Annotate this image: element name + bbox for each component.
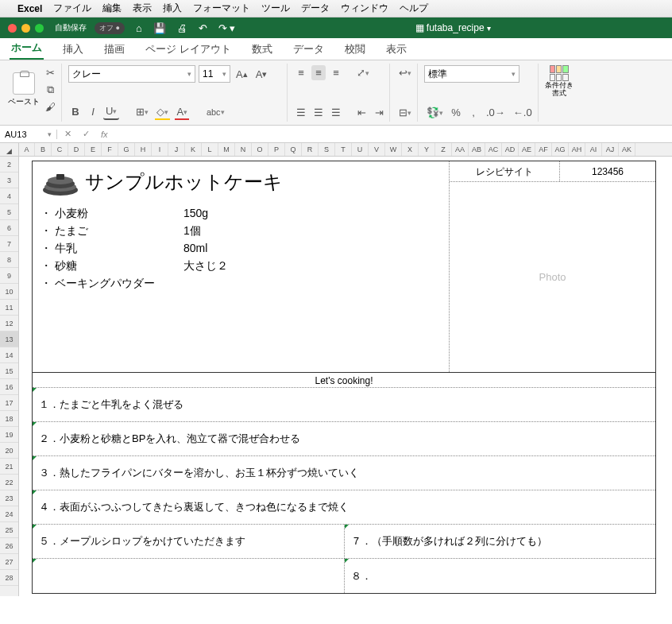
fx-icon[interactable]: fx bbox=[98, 130, 110, 139]
phonetic-button[interactable]: abc ▾ bbox=[204, 105, 226, 119]
tab-draw[interactable]: 描画 bbox=[102, 39, 126, 60]
conditional-format-button[interactable]: 条件付き書式 bbox=[545, 65, 574, 97]
comma-icon[interactable]: , bbox=[466, 105, 481, 120]
row-header[interactable]: 23 bbox=[0, 490, 18, 506]
increase-font-icon[interactable]: A▴ bbox=[234, 67, 250, 82]
indent-decrease-icon[interactable]: ⇤ bbox=[354, 105, 369, 120]
row-header[interactable]: 6 bbox=[0, 220, 18, 236]
tab-review[interactable]: 校閲 bbox=[343, 39, 367, 60]
row-header[interactable]: 12 bbox=[0, 316, 18, 331]
fill-color-button[interactable]: ◇ ▾ bbox=[154, 104, 171, 119]
font-color-button[interactable]: A ▾ bbox=[174, 104, 190, 119]
paste-button[interactable]: ペースト bbox=[8, 72, 40, 107]
tab-data[interactable]: データ bbox=[292, 39, 326, 60]
col-header[interactable]: G bbox=[118, 143, 135, 156]
col-header[interactable]: AI bbox=[585, 143, 602, 156]
row-header[interactable]: 5 bbox=[0, 204, 18, 220]
col-header[interactable]: AG bbox=[552, 143, 569, 156]
col-header[interactable]: AE bbox=[519, 143, 535, 156]
menu-view[interactable]: 表示 bbox=[133, 2, 152, 15]
row-header[interactable]: 17 bbox=[0, 395, 18, 411]
row-header[interactable]: 8 bbox=[0, 252, 18, 268]
col-header[interactable]: AH bbox=[569, 143, 585, 156]
row-header[interactable]: 21 bbox=[0, 459, 18, 475]
col-header[interactable]: U bbox=[352, 143, 369, 156]
col-header[interactable]: W bbox=[385, 143, 402, 156]
row-headers[interactable]: ◢ 23456789101112131415161718192021222324… bbox=[0, 143, 19, 596]
align-left-icon[interactable]: ☰ bbox=[294, 105, 308, 120]
row-header[interactable]: 10 bbox=[0, 284, 18, 300]
indent-increase-icon[interactable]: ⇥ bbox=[372, 105, 386, 120]
col-header[interactable]: H bbox=[135, 143, 152, 156]
select-all-corner[interactable]: ◢ bbox=[0, 143, 18, 157]
row-header[interactable]: 20 bbox=[0, 443, 18, 459]
col-header[interactable]: AJ bbox=[602, 143, 619, 156]
chevron-down-icon[interactable]: ▾ bbox=[487, 24, 491, 33]
row-header[interactable]: 24 bbox=[0, 506, 18, 522]
row-header[interactable]: 4 bbox=[0, 188, 18, 204]
undo-icon[interactable]: ↶ bbox=[199, 22, 207, 34]
row-header[interactable]: 27 bbox=[0, 554, 18, 570]
confirm-formula-icon[interactable]: ✓ bbox=[80, 129, 92, 139]
col-header[interactable]: T bbox=[335, 143, 352, 156]
align-middle-icon[interactable]: ≡ bbox=[311, 65, 326, 80]
col-header[interactable]: P bbox=[268, 143, 285, 156]
col-header[interactable]: Z bbox=[435, 143, 452, 156]
row-header[interactable]: 18 bbox=[0, 411, 18, 427]
row-header[interactable]: 15 bbox=[0, 363, 18, 379]
merge-cells-icon[interactable]: ⊟ ▾ bbox=[396, 105, 414, 120]
row-header[interactable]: 11 bbox=[0, 300, 18, 316]
col-header[interactable]: AC bbox=[485, 143, 502, 156]
row-header[interactable]: 13 bbox=[0, 331, 18, 347]
format-painter-icon[interactable]: 🖌 bbox=[43, 99, 58, 114]
col-header[interactable]: Q bbox=[285, 143, 302, 156]
home-icon[interactable]: ⌂ bbox=[136, 22, 142, 34]
col-header[interactable]: Y bbox=[419, 143, 435, 156]
row-header[interactable]: 22 bbox=[0, 475, 18, 490]
col-header[interactable]: O bbox=[252, 143, 268, 156]
font-selector[interactable]: クレー▾ bbox=[68, 65, 195, 83]
app-name[interactable]: Excel bbox=[17, 3, 42, 14]
italic-button[interactable]: I bbox=[86, 104, 100, 119]
close-button[interactable] bbox=[8, 24, 17, 33]
col-header[interactable]: C bbox=[52, 143, 68, 156]
col-header[interactable]: X bbox=[402, 143, 419, 156]
row-header[interactable]: 25 bbox=[0, 522, 18, 538]
cut-icon[interactable]: ✂ bbox=[43, 65, 58, 80]
align-bottom-icon[interactable]: ≡ bbox=[329, 65, 343, 80]
col-header[interactable]: R bbox=[302, 143, 319, 156]
tab-page-layout[interactable]: ページ レイアウト bbox=[144, 39, 233, 60]
percent-icon[interactable]: % bbox=[449, 105, 463, 120]
number-format-selector[interactable]: 標準▾ bbox=[424, 65, 519, 83]
name-box[interactable]: AU13▾ bbox=[0, 130, 57, 139]
tab-insert[interactable]: 挿入 bbox=[61, 39, 85, 60]
col-header[interactable]: E bbox=[85, 143, 102, 156]
font-size-selector[interactable]: 11▾ bbox=[199, 65, 230, 83]
col-header[interactable]: AK bbox=[619, 143, 635, 156]
col-header[interactable]: AD bbox=[502, 143, 519, 156]
menu-format[interactable]: フォーマット bbox=[193, 2, 250, 15]
menu-help[interactable]: ヘルプ bbox=[400, 2, 428, 15]
col-header[interactable]: J bbox=[168, 143, 185, 156]
col-header[interactable]: AB bbox=[469, 143, 485, 156]
row-header[interactable]: 28 bbox=[0, 570, 18, 586]
tab-home[interactable]: ホーム bbox=[10, 37, 44, 60]
macos-menubar[interactable]: Excel ファイル 編集 表示 挿入 フォーマット ツール データ ウィンドウ… bbox=[0, 0, 672, 17]
redo-icon[interactable]: ↷ ▾ bbox=[218, 22, 236, 34]
decrease-font-icon[interactable]: A▾ bbox=[253, 67, 270, 82]
col-header[interactable]: F bbox=[102, 143, 118, 156]
tab-formulas[interactable]: 数式 bbox=[250, 39, 274, 60]
decrease-decimal-icon[interactable]: ←.0 bbox=[511, 105, 535, 120]
row-header[interactable]: 9 bbox=[0, 268, 18, 284]
col-header[interactable]: B bbox=[35, 143, 52, 156]
col-header[interactable]: D bbox=[68, 143, 85, 156]
col-header[interactable]: I bbox=[152, 143, 168, 156]
maximize-button[interactable] bbox=[35, 24, 44, 33]
menu-edit[interactable]: 編集 bbox=[102, 2, 122, 15]
menu-tools[interactable]: ツール bbox=[261, 2, 290, 15]
currency-icon[interactable]: 💱 ▾ bbox=[424, 105, 446, 120]
align-top-icon[interactable]: ≡ bbox=[294, 65, 308, 80]
row-header[interactable]: 2 bbox=[0, 157, 18, 172]
orientation-icon[interactable]: ⤢ ▾ bbox=[354, 65, 372, 80]
row-header[interactable]: 3 bbox=[0, 172, 18, 188]
